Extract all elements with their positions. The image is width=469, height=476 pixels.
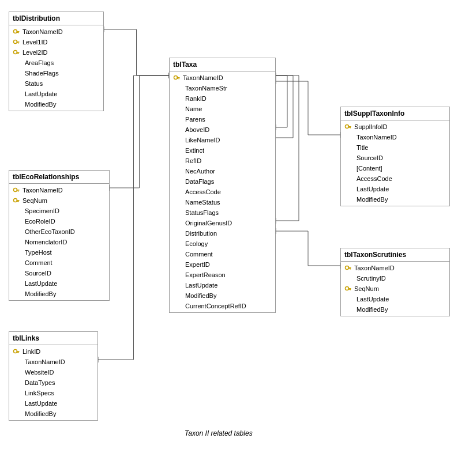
table-row: LastUpdate [341,184,449,194]
table-row: Extinct [170,145,275,156]
table-header-tblSupplTaxonInfo: tblSupplTaxonInfo [341,107,449,120]
field-name: TaxonNameID [22,28,63,35]
table-tblTaxa: tblTaxa TaxonNameIDTaxonNameStrRankIDNam… [169,58,276,313]
field-name: EcoRoleID [25,218,55,225]
table-row: TaxonNameID [9,357,97,367]
table-header-tblTaxonScrutinies: tblTaxonScrutinies [341,248,449,262]
table-row: LikeNameID [170,135,275,145]
field-name: AccessCode [357,175,392,182]
key-icon [13,39,20,46]
table-row: ModifiedBy [9,289,109,299]
field-name: ModifiedBy [357,196,388,203]
table-row: LinkSpecs [9,388,97,398]
field-name: TypeHost [25,249,51,256]
svg-rect-53 [178,78,179,79]
table-row: AboveID [170,124,275,135]
table-row: NameStatus [170,197,275,207]
svg-rect-56 [350,127,351,128]
field-name: NameStatus [185,199,220,206]
table-row: LinkID [9,346,97,357]
field-name: SourceID [25,270,51,277]
field-name: SpecimenID [25,207,59,214]
table-body-tblSupplTaxonInfo: SupplInfoIDTaxonNameIDTitleSourceID[Cont… [341,120,449,206]
field-name: LastUpdate [25,280,57,287]
field-name: TaxonNameID [357,134,397,141]
field-name: ShadeFlags [25,70,59,77]
table-row: Distribution [170,228,275,239]
field-name: RankID [185,95,207,102]
field-name: LastUpdate [185,282,217,289]
svg-rect-41 [17,190,18,191]
table-row: Level1ID [9,37,103,47]
field-name: AboveID [185,126,209,133]
svg-rect-63 [348,288,351,289]
svg-rect-43 [17,200,20,201]
field-name: LinkSpecs [25,390,54,396]
table-tblLinks: tblLinks LinkIDTaxonNameIDWebsiteIDDataT… [9,331,98,421]
table-row: DataTypes [9,377,97,388]
table-body-tblLinks: LinkIDTaxonNameIDWebsiteIDDataTypesLinkS… [9,345,97,420]
table-row: OtherEcoTaxonID [9,226,109,237]
field-name: ModifiedBy [25,410,56,417]
field-name: TaxonNameID [22,187,63,194]
field-name: Ecology [185,240,208,247]
field-name: AccessCode [185,188,221,195]
table-tblTaxonScrutinies: tblTaxonScrutinies TaxonNameIDScrutinyID… [340,248,450,316]
table-row: ModifiedBy [341,194,449,205]
svg-rect-49 [17,352,18,353]
svg-rect-27 [17,31,20,32]
field-name: ModifiedBy [25,290,56,297]
svg-rect-55 [348,126,351,127]
table-row: ExpertID [170,259,275,270]
table-row: Name [170,104,275,114]
svg-rect-51 [177,77,180,78]
field-name: Name [185,105,202,112]
svg-rect-47 [17,351,20,352]
svg-rect-44 [18,201,20,202]
svg-rect-35 [17,52,20,53]
table-row: ModifiedBy [341,304,449,315]
svg-rect-40 [18,190,20,191]
field-name: LastUpdate [357,296,389,303]
table-row: ModifiedBy [170,290,275,301]
svg-rect-60 [350,268,351,269]
field-name: ModifiedBy [357,306,388,313]
field-name: Level1ID [22,39,47,46]
field-name: LinkID [22,348,40,355]
field-name: OtherEcoTaxonID [25,228,75,235]
table-row: Title [341,142,449,153]
table-body-tblDistribution: TaxonNameID Level1ID Level2IDAreaFlagsSh… [9,25,103,111]
key-icon [13,28,20,36]
table-row: SourceID [341,153,449,163]
table-row: Ecology [170,239,275,249]
table-row: StatusFlags [170,207,275,218]
field-name: LikeNameID [185,137,220,143]
diagram-caption: Taxon II related tables [185,429,253,437]
svg-rect-33 [17,42,18,43]
field-name: SeqNum [354,285,379,292]
table-row: NomenclatorID [9,237,109,247]
table-row: AccessCode [170,187,275,197]
key-icon [13,187,20,194]
field-name: DataFlags [185,178,214,185]
svg-rect-32 [18,42,20,43]
table-header-tblTaxa: tblTaxa [170,58,275,71]
key-icon [13,197,20,205]
field-name: LastUpdate [25,400,57,407]
svg-rect-37 [17,52,18,54]
table-row: SeqNum [341,284,449,294]
table-row: OriginalGenusID [170,218,275,228]
table-row: TaxonNameID [170,73,275,83]
table-row: NecAuthor [170,166,275,176]
field-name: DataTypes [25,379,55,386]
table-row: AreaFlags [9,58,103,68]
table-row: RefID [170,156,275,166]
table-tblSupplTaxonInfo: tblSupplTaxonInfo SupplInfoIDTaxonNameID… [340,107,450,206]
svg-rect-52 [179,78,180,79]
table-row: DataFlags [170,176,275,187]
field-name: ExpertID [185,261,210,268]
key-icon [13,49,20,56]
field-name: Distribution [185,230,217,237]
table-row: SupplInfoID [341,122,449,132]
svg-rect-48 [18,352,20,353]
